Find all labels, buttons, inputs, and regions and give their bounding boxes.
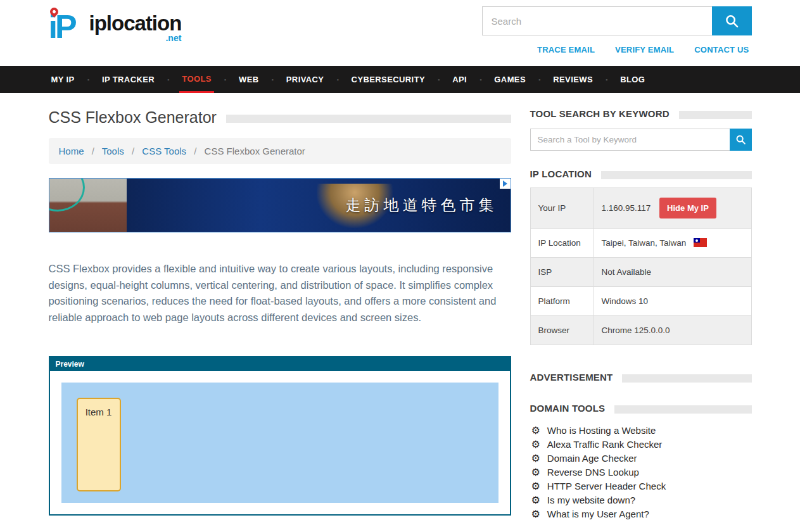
nav-item-reviews[interactable]: REVIEWS bbox=[550, 66, 595, 93]
ad-main-image: 走訪地道特色市集 bbox=[127, 179, 511, 232]
ip-location-table: Your IP 1.160.95.117 Hide My IP IP Locat… bbox=[530, 187, 752, 345]
row-label: Platform bbox=[530, 287, 594, 316]
nav-separator bbox=[326, 66, 348, 93]
breadcrumb-tools[interactable]: Tools bbox=[102, 146, 124, 156]
nav-item-cybersecurity[interactable]: CYBERSECURITY bbox=[349, 66, 428, 93]
nav-item-blog[interactable]: BLOG bbox=[618, 66, 647, 93]
domain-tool-link-user-agent[interactable]: What is my User Agent? bbox=[547, 509, 649, 519]
tool-search-input[interactable] bbox=[530, 129, 730, 151]
nav-item-games[interactable]: GAMES bbox=[492, 66, 528, 93]
adchoices-icon[interactable] bbox=[500, 179, 511, 189]
title-decorative-bar bbox=[226, 115, 511, 123]
domain-tools-heading: DOMAIN TOOLS bbox=[530, 403, 606, 414]
site-logo[interactable]: iP iplocation .net bbox=[49, 6, 182, 54]
gear-icon: ⚙ bbox=[531, 439, 540, 450]
breadcrumb-separator: / bbox=[92, 146, 94, 156]
trace-email-link[interactable]: TRACE EMAIL bbox=[537, 45, 595, 54]
gear-icon: ⚙ bbox=[531, 509, 540, 519]
tool-search-button[interactable] bbox=[730, 129, 752, 151]
gear-icon: ⚙ bbox=[531, 425, 540, 436]
ip-location-value: Taipei, Taiwan, Taiwan bbox=[602, 238, 687, 248]
heading-decorative-bar bbox=[601, 171, 752, 179]
site-header: iP iplocation .net bbox=[0, 0, 800, 66]
row-label: Browser bbox=[530, 316, 594, 345]
table-row: Platform Windows 10 bbox=[530, 287, 751, 316]
header-search-button[interactable] bbox=[712, 6, 752, 35]
nav-separator bbox=[595, 66, 618, 93]
heading-decorative-bar bbox=[622, 374, 751, 383]
row-label: ISP bbox=[530, 258, 594, 287]
list-item: ⚙ HTTP Server Header Check bbox=[530, 479, 752, 493]
table-row: Your IP 1.160.95.117 Hide My IP bbox=[530, 188, 751, 229]
search-icon bbox=[735, 134, 746, 145]
list-item: ⚙ Domain Age Checker bbox=[530, 452, 752, 466]
gear-icon: ⚙ bbox=[531, 495, 540, 505]
flex-preview-container: Item 1 bbox=[61, 383, 498, 503]
ad-photo-image bbox=[49, 179, 127, 232]
preview-header: Preview bbox=[50, 357, 510, 371]
domain-tool-link-reverse-dns[interactable]: Reverse DNS Lookup bbox=[547, 467, 639, 478]
header-search bbox=[482, 6, 752, 35]
table-row: ISP Not Available bbox=[530, 258, 751, 287]
preview-body: Item 1 bbox=[50, 371, 510, 514]
logo-mark-icon: iP bbox=[49, 6, 88, 47]
domain-tool-link-http-header[interactable]: HTTP Server Header Check bbox=[547, 481, 666, 491]
nav-separator bbox=[77, 66, 99, 93]
ad-caption: 走訪地道特色市集 bbox=[346, 195, 498, 215]
breadcrumb-home[interactable]: Home bbox=[59, 146, 84, 156]
nav-item-ip-tracker[interactable]: IP TRACKER bbox=[99, 66, 157, 93]
domain-tool-link-domain-age[interactable]: Domain Age Checker bbox=[547, 453, 637, 464]
contact-us-link[interactable]: CONTACT US bbox=[694, 45, 749, 54]
row-value: Taipei, Taiwan, Taiwan bbox=[594, 229, 751, 258]
flex-preview-item[interactable]: Item 1 bbox=[77, 398, 121, 491]
nav-item-api[interactable]: API bbox=[450, 66, 469, 93]
header-search-input[interactable] bbox=[482, 6, 712, 35]
breadcrumb-css-tools[interactable]: CSS Tools bbox=[142, 146, 186, 156]
domain-tool-link-alexa-rank[interactable]: Alexa Traffic Rank Checker bbox=[547, 439, 662, 450]
logo-tld: .net bbox=[89, 33, 182, 43]
gear-icon: ⚙ bbox=[531, 481, 540, 491]
main-content: CSS Flexbox Generator Home / Tools / CSS… bbox=[49, 108, 511, 521]
preview-panel: Preview Item 1 bbox=[49, 356, 511, 516]
domain-tool-link-website-down[interactable]: Is my website down? bbox=[547, 495, 635, 505]
row-value: Windows 10 bbox=[594, 287, 751, 316]
logo-wordmark: iplocation bbox=[89, 13, 182, 34]
page: iP iplocation .net bbox=[0, 0, 800, 532]
nav-item-privacy[interactable]: PRIVACY bbox=[284, 66, 327, 93]
nav-separator bbox=[214, 66, 236, 93]
ad-banner[interactable]: 走訪地道特色市集 bbox=[49, 178, 511, 232]
nav-item-my-ip[interactable]: MY IP bbox=[49, 66, 77, 93]
nav-item-web[interactable]: WEB bbox=[236, 66, 262, 93]
page-title: CSS Flexbox Generator bbox=[49, 108, 217, 127]
nav-separator bbox=[528, 66, 550, 93]
row-value: Not Available bbox=[594, 258, 751, 287]
domain-tools-list: ⚙ Who is Hosting a Website ⚙ Alexa Traff… bbox=[530, 424, 752, 521]
tool-description: CSS Flexbox provides a flexible and intu… bbox=[49, 261, 511, 326]
header-links: TRACE EMAIL VERIFY EMAIL CONTACT US bbox=[537, 45, 751, 54]
tool-search bbox=[530, 129, 752, 151]
list-item: ⚙ Reverse DNS Lookup bbox=[530, 466, 752, 479]
verify-email-link[interactable]: VERIFY EMAIL bbox=[615, 45, 674, 54]
advertisement-heading: ADVERTISEMENT bbox=[530, 372, 613, 383]
row-label: Your IP bbox=[530, 188, 594, 229]
row-value: 1.160.95.117 Hide My IP bbox=[594, 188, 751, 229]
breadcrumb: Home / Tools / CSS Tools / CSS Flexbox G… bbox=[49, 138, 511, 164]
your-ip-value: 1.160.95.117 bbox=[602, 203, 651, 213]
list-item: ⚙ Alexa Traffic Rank Checker bbox=[530, 438, 752, 452]
heading-decorative-bar bbox=[679, 111, 752, 119]
hide-my-ip-button[interactable]: Hide My IP bbox=[659, 198, 716, 218]
nav-separator bbox=[157, 66, 179, 93]
nav-item-tools[interactable]: TOOLS bbox=[179, 66, 214, 93]
domain-tool-link-hosting[interactable]: Who is Hosting a Website bbox=[547, 425, 656, 436]
nav-separator bbox=[428, 66, 450, 93]
tool-search-heading: TOOL SEARCH BY KEYWORD bbox=[530, 108, 670, 119]
breadcrumb-current: CSS Flexbox Generator bbox=[205, 146, 305, 156]
breadcrumb-separator: / bbox=[194, 146, 196, 156]
gear-icon: ⚙ bbox=[531, 453, 540, 464]
list-item: ⚙ Who is Hosting a Website bbox=[530, 424, 752, 438]
heading-decorative-bar bbox=[614, 405, 751, 414]
gear-icon: ⚙ bbox=[531, 467, 540, 478]
row-value: Chrome 125.0.0.0 bbox=[594, 316, 751, 345]
table-row: Browser Chrome 125.0.0.0 bbox=[530, 316, 751, 345]
search-icon bbox=[725, 14, 739, 28]
